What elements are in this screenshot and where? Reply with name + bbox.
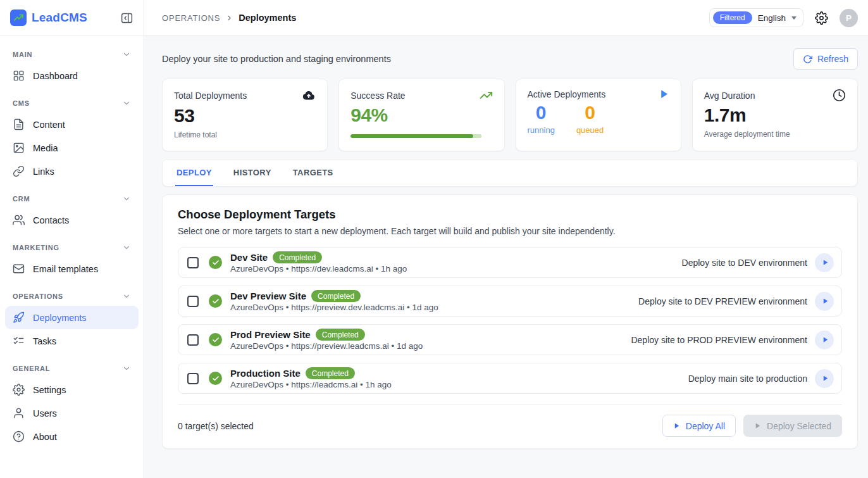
check-circle-icon — [209, 333, 222, 346]
nav-heading-label: CMS — [13, 99, 30, 107]
status-badge: Completed — [273, 251, 322, 263]
deploy-play-button[interactable] — [815, 292, 834, 311]
sidebar-item-label: Contacts — [33, 215, 69, 225]
breadcrumb-section[interactable]: OPERATIONS — [162, 13, 220, 23]
sidebar-nav: MAIN Dashboard CMS Content — [0, 36, 144, 455]
stat-title: Success Rate — [350, 91, 405, 101]
target-checkbox[interactable] — [187, 257, 199, 268]
deploy-play-button[interactable] — [815, 369, 834, 388]
sidebar-item-content[interactable]: Content — [5, 113, 139, 136]
settings-gear-icon[interactable] — [815, 11, 828, 25]
sidebar-item-contacts[interactable]: Contacts — [5, 208, 139, 232]
tab-deploy[interactable]: DEPLOY — [175, 160, 213, 186]
tab-history[interactable]: HISTORY — [232, 160, 273, 186]
stat-subtitle: Lifetime total — [174, 130, 316, 139]
sidebar-item-tasks[interactable]: Tasks — [5, 329, 139, 353]
stat-title: Avg Duration — [704, 91, 755, 101]
nav-heading-label: MAIN — [13, 51, 32, 58]
sidebar-collapse-icon[interactable] — [120, 11, 133, 25]
sidebar-item-users[interactable]: Users — [5, 401, 139, 425]
nav-heading-label: MARKETING — [13, 244, 59, 251]
chevron-down-icon — [122, 50, 131, 59]
target-name: Dev Site — [230, 252, 268, 263]
sidebar-item-label: About — [33, 432, 57, 442]
active-deployments-values: 0 running 0 queued — [528, 102, 669, 135]
nav-heading-main[interactable]: MAIN — [5, 45, 139, 64]
sidebar-item-about[interactable]: About — [5, 425, 139, 448]
checklist-icon — [13, 335, 25, 347]
nav-heading-general[interactable]: GENERAL — [5, 359, 139, 378]
chevron-right-icon — [225, 14, 233, 22]
target-checkbox[interactable] — [187, 334, 199, 346]
deploy-selected-label: Deploy Selected — [767, 421, 831, 431]
status-badge: Completed — [306, 367, 355, 379]
selected-count-text: 0 target(s) selected — [178, 421, 254, 431]
sidebar-item-label: Tasks — [33, 336, 56, 346]
nav-section-crm: CRM Contacts — [5, 189, 139, 232]
target-action-text: Deploy site to DEV PREVIEW environment — [638, 296, 807, 306]
sidebar-item-links[interactable]: Links — [5, 160, 139, 183]
filtered-badge: Filtered — [713, 11, 752, 24]
topbar: OPERATIONS Deployments Filtered English … — [144, 0, 868, 36]
panel-title: Choose Deployment Targets — [178, 208, 842, 222]
panel-footer: 0 target(s) selected Deploy All Deploy S… — [178, 405, 842, 437]
sidebar-item-email-templates[interactable]: Email templates — [5, 257, 139, 280]
stat-card-total-deployments: Total Deployments 53 Lifetime total — [162, 79, 328, 151]
nav-section-general: GENERAL Settings Users About — [5, 359, 139, 448]
nav-section-cms: CMS Content Media Links — [5, 94, 139, 183]
target-meta: AzureDevOps • https://leadcms.ai • 1h ag… — [230, 380, 392, 389]
breadcrumb-page: Deployments — [239, 13, 296, 23]
people-icon — [13, 214, 25, 226]
help-circle-icon — [13, 431, 25, 443]
success-progress-bar — [350, 134, 481, 138]
panel-subtitle: Select one or more targets to start a ne… — [178, 226, 842, 236]
sidebar-item-deployments[interactable]: Deployments — [5, 306, 139, 329]
nav-heading-marketing[interactable]: MARKETING — [5, 238, 139, 257]
app-logo[interactable]: LeadCMS — [10, 9, 87, 26]
chevron-down-icon — [122, 292, 131, 301]
sidebar-item-dashboard[interactable]: Dashboard — [5, 64, 139, 87]
refresh-label: Refresh — [817, 54, 848, 64]
nav-heading-operations[interactable]: OPERATIONS — [5, 287, 139, 306]
deploy-play-button[interactable] — [815, 330, 834, 349]
sidebar-item-label: Deployments — [33, 313, 87, 323]
nav-heading-label: GENERAL — [13, 365, 50, 372]
nav-heading-crm[interactable]: CRM — [5, 189, 139, 208]
tab-targets[interactable]: TARGETS — [292, 160, 335, 186]
refresh-button[interactable]: Refresh — [793, 48, 858, 70]
chevron-down-icon — [122, 364, 131, 373]
app-logo-icon — [10, 9, 27, 26]
stat-subtitle: Average deployment time — [704, 130, 846, 139]
deploy-play-button[interactable] — [815, 253, 834, 272]
stat-card-avg-duration: Avg Duration 1.7m Average deployment tim… — [692, 79, 858, 151]
language-selector[interactable]: Filtered English — [709, 8, 803, 27]
target-checkbox[interactable] — [187, 296, 199, 307]
link-icon — [13, 165, 25, 177]
target-meta: AzureDevOps • https://dev.leadcms.ai • 1… — [230, 264, 407, 274]
trending-up-icon — [480, 89, 493, 102]
document-icon — [13, 118, 25, 130]
deploy-all-button[interactable]: Deploy All — [662, 415, 736, 437]
stat-card-success-rate: Success Rate 94% — [338, 79, 504, 151]
caret-down-icon — [791, 16, 797, 20]
deploy-selected-button[interactable]: Deploy Selected — [743, 415, 842, 437]
toolbar-row: Deploy your site to production and stagi… — [162, 48, 858, 70]
stats-row: Total Deployments 53 Lifetime total Succ… — [162, 79, 858, 151]
sidebar-item-settings[interactable]: Settings — [5, 378, 139, 401]
nav-section-marketing: MARKETING Email templates — [5, 238, 139, 280]
nav-section-operations: OPERATIONS Deployments Tasks — [5, 287, 139, 353]
chevron-down-icon — [122, 99, 131, 108]
target-action-text: Deploy site to DEV environment — [682, 258, 807, 268]
gear-icon — [13, 384, 25, 396]
topbar-controls: Filtered English P — [709, 8, 858, 27]
sidebar-item-media[interactable]: Media — [5, 136, 139, 160]
play-icon — [659, 89, 669, 99]
avatar[interactable]: P — [840, 9, 858, 27]
app-title: LeadCMS — [32, 11, 87, 25]
play-icon — [673, 422, 680, 429]
nav-heading-cms[interactable]: CMS — [5, 94, 139, 113]
refresh-icon — [803, 54, 812, 64]
check-circle-icon — [209, 294, 222, 308]
sidebar-item-label: Settings — [33, 385, 66, 395]
target-checkbox[interactable] — [187, 373, 199, 384]
